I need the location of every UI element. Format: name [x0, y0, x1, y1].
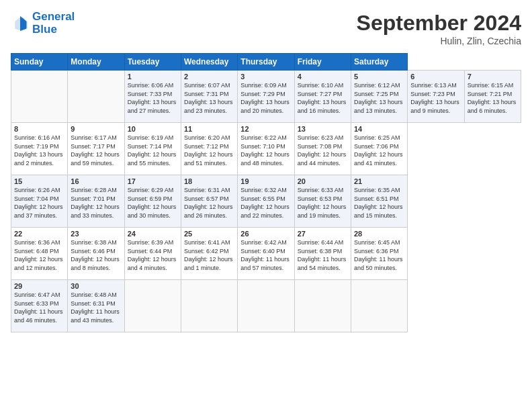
day-info: Sunrise: 6:22 AM Sunset: 7:10 PM Dayligh… — [240, 134, 291, 167]
day-info: Sunrise: 6:07 AM Sunset: 7:31 PM Dayligh… — [184, 81, 234, 115]
day-number: 5 — [354, 73, 404, 81]
table-row: 19 Sunrise: 6:32 AM Sunset: 6:55 PM Dayl… — [238, 175, 294, 228]
month-title: September 2024 — [357, 11, 521, 36]
table-row: 26 Sunrise: 6:42 AM Sunset: 6:40 PM Dayl… — [238, 228, 294, 280]
day-info: Sunrise: 6:41 AM Sunset: 6:42 PM Dayligh… — [184, 238, 234, 272]
day-number: 1 — [128, 73, 178, 81]
table-row: 21 Sunrise: 6:35 AM Sunset: 6:51 PM Dayl… — [351, 175, 407, 228]
day-info: Sunrise: 6:12 AM Sunset: 7:25 PM Dayligh… — [354, 81, 404, 115]
calendar-header-row: Sunday Monday Tuesday Wednesday Thursday… — [11, 54, 521, 71]
day-number: 16 — [71, 177, 121, 185]
day-number: 25 — [184, 230, 234, 238]
day-number: 12 — [240, 125, 291, 133]
col-thursday: Thursday — [238, 54, 294, 71]
day-info: Sunrise: 6:13 AM Sunset: 7:23 PM Dayligh… — [410, 81, 461, 115]
col-monday: Monday — [68, 54, 124, 71]
calendar-row: 1 Sunrise: 6:06 AM Sunset: 7:33 PM Dayli… — [11, 71, 521, 123]
title-area: September 2024 Hulin, Zlin, Czechia — [357, 11, 521, 46]
day-number: 20 — [298, 177, 348, 185]
table-row: 13 Sunrise: 6:23 AM Sunset: 7:08 PM Dayl… — [294, 123, 351, 175]
table-row: 23 Sunrise: 6:38 AM Sunset: 6:46 PM Dayl… — [68, 228, 124, 280]
table-row: 2 Sunrise: 6:07 AM Sunset: 7:31 PM Dayli… — [181, 71, 237, 123]
calendar-row: 22 Sunrise: 6:36 AM Sunset: 6:48 PM Dayl… — [11, 228, 521, 280]
col-tuesday: Tuesday — [124, 54, 181, 71]
day-info: Sunrise: 6:06 AM Sunset: 7:33 PM Dayligh… — [128, 81, 178, 115]
day-info: Sunrise: 6:38 AM Sunset: 6:46 PM Dayligh… — [71, 238, 121, 272]
table-row: 7 Sunrise: 6:15 AM Sunset: 7:21 PM Dayli… — [464, 71, 521, 123]
day-number: 24 — [128, 230, 178, 238]
table-row: 22 Sunrise: 6:36 AM Sunset: 6:48 PM Dayl… — [11, 228, 68, 280]
calendar-body: 1 Sunrise: 6:06 AM Sunset: 7:33 PM Dayli… — [11, 71, 521, 332]
day-info: Sunrise: 6:16 AM Sunset: 7:19 PM Dayligh… — [14, 134, 64, 167]
table-row: 27 Sunrise: 6:44 AM Sunset: 6:38 PM Dayl… — [294, 228, 351, 280]
day-number: 7 — [468, 73, 518, 81]
table-row: 3 Sunrise: 6:09 AM Sunset: 7:29 PM Dayli… — [238, 71, 294, 123]
day-info: Sunrise: 6:47 AM Sunset: 6:33 PM Dayligh… — [14, 291, 64, 324]
table-row: 30 Sunrise: 6:48 AM Sunset: 6:31 PM Dayl… — [68, 280, 124, 332]
day-info: Sunrise: 6:26 AM Sunset: 7:04 PM Dayligh… — [14, 186, 64, 220]
day-info: Sunrise: 6:25 AM Sunset: 7:06 PM Dayligh… — [354, 134, 404, 167]
table-row: 17 Sunrise: 6:29 AM Sunset: 6:59 PM Dayl… — [124, 175, 181, 228]
day-info: Sunrise: 6:45 AM Sunset: 6:36 PM Dayligh… — [354, 238, 404, 272]
table-row: 11 Sunrise: 6:20 AM Sunset: 7:12 PM Dayl… — [181, 123, 237, 175]
day-number: 4 — [298, 73, 348, 81]
header: General Blue September 2024 Hulin, Zlin,… — [11, 11, 521, 46]
day-number: 22 — [14, 230, 64, 238]
table-row — [238, 280, 294, 332]
day-number: 18 — [184, 177, 234, 185]
day-number: 23 — [71, 230, 121, 238]
day-info: Sunrise: 6:31 AM Sunset: 6:57 PM Dayligh… — [184, 186, 234, 220]
logo-icon — [11, 14, 30, 33]
table-row: 10 Sunrise: 6:19 AM Sunset: 7:14 PM Dayl… — [124, 123, 181, 175]
day-info: Sunrise: 6:44 AM Sunset: 6:38 PM Dayligh… — [298, 238, 348, 272]
day-info: Sunrise: 6:33 AM Sunset: 6:53 PM Dayligh… — [298, 186, 348, 220]
table-row: 8 Sunrise: 6:16 AM Sunset: 7:19 PM Dayli… — [11, 123, 68, 175]
table-row: 15 Sunrise: 6:26 AM Sunset: 7:04 PM Dayl… — [11, 175, 68, 228]
table-row: 29 Sunrise: 6:47 AM Sunset: 6:33 PM Dayl… — [11, 280, 68, 332]
day-number: 11 — [184, 125, 234, 133]
day-info: Sunrise: 6:39 AM Sunset: 6:44 PM Dayligh… — [128, 238, 178, 272]
day-number: 6 — [410, 73, 461, 81]
day-number: 19 — [240, 177, 291, 185]
day-number: 8 — [14, 125, 64, 133]
table-row: 4 Sunrise: 6:10 AM Sunset: 7:27 PM Dayli… — [294, 71, 351, 123]
table-row: 5 Sunrise: 6:12 AM Sunset: 7:25 PM Dayli… — [351, 71, 407, 123]
day-number: 30 — [71, 282, 121, 290]
day-info: Sunrise: 6:28 AM Sunset: 7:01 PM Dayligh… — [71, 186, 121, 220]
day-number: 13 — [298, 125, 348, 133]
day-number: 21 — [354, 177, 404, 185]
day-info: Sunrise: 6:48 AM Sunset: 6:31 PM Dayligh… — [71, 291, 121, 324]
table-row: 16 Sunrise: 6:28 AM Sunset: 7:01 PM Dayl… — [68, 175, 124, 228]
day-number: 27 — [298, 230, 348, 238]
day-number: 2 — [184, 73, 234, 81]
day-info: Sunrise: 6:29 AM Sunset: 6:59 PM Dayligh… — [128, 186, 178, 220]
day-info: Sunrise: 6:23 AM Sunset: 7:08 PM Dayligh… — [298, 134, 348, 167]
day-info: Sunrise: 6:17 AM Sunset: 7:17 PM Dayligh… — [71, 134, 121, 167]
day-number: 3 — [240, 73, 291, 81]
table-row: 1 Sunrise: 6:06 AM Sunset: 7:33 PM Dayli… — [124, 71, 181, 123]
day-info: Sunrise: 6:10 AM Sunset: 7:27 PM Dayligh… — [298, 81, 348, 115]
table-row — [11, 71, 68, 123]
day-info: Sunrise: 6:42 AM Sunset: 6:40 PM Dayligh… — [240, 238, 291, 272]
day-number: 9 — [71, 125, 121, 133]
table-row: 6 Sunrise: 6:13 AM Sunset: 7:23 PM Dayli… — [408, 71, 464, 123]
day-info: Sunrise: 6:35 AM Sunset: 6:51 PM Dayligh… — [354, 186, 404, 220]
day-number: 15 — [14, 177, 64, 185]
calendar-table: Sunday Monday Tuesday Wednesday Thursday… — [11, 53, 521, 332]
logo: General Blue — [11, 11, 75, 36]
table-row: 24 Sunrise: 6:39 AM Sunset: 6:44 PM Dayl… — [124, 228, 181, 280]
day-info: Sunrise: 6:19 AM Sunset: 7:14 PM Dayligh… — [128, 134, 178, 167]
day-number: 28 — [354, 230, 404, 238]
day-info: Sunrise: 6:36 AM Sunset: 6:48 PM Dayligh… — [14, 238, 64, 272]
table-row — [351, 280, 407, 332]
table-row — [294, 280, 351, 332]
calendar-row: 8 Sunrise: 6:16 AM Sunset: 7:19 PM Dayli… — [11, 123, 521, 175]
table-row: 25 Sunrise: 6:41 AM Sunset: 6:42 PM Dayl… — [181, 228, 237, 280]
table-row — [68, 71, 124, 123]
day-info: Sunrise: 6:20 AM Sunset: 7:12 PM Dayligh… — [184, 134, 234, 167]
table-row: 18 Sunrise: 6:31 AM Sunset: 6:57 PM Dayl… — [181, 175, 237, 228]
day-info: Sunrise: 6:09 AM Sunset: 7:29 PM Dayligh… — [240, 81, 291, 115]
day-number: 29 — [14, 282, 64, 290]
table-row: 9 Sunrise: 6:17 AM Sunset: 7:17 PM Dayli… — [68, 123, 124, 175]
calendar-page: General Blue September 2024 Hulin, Zlin,… — [0, 0, 532, 411]
